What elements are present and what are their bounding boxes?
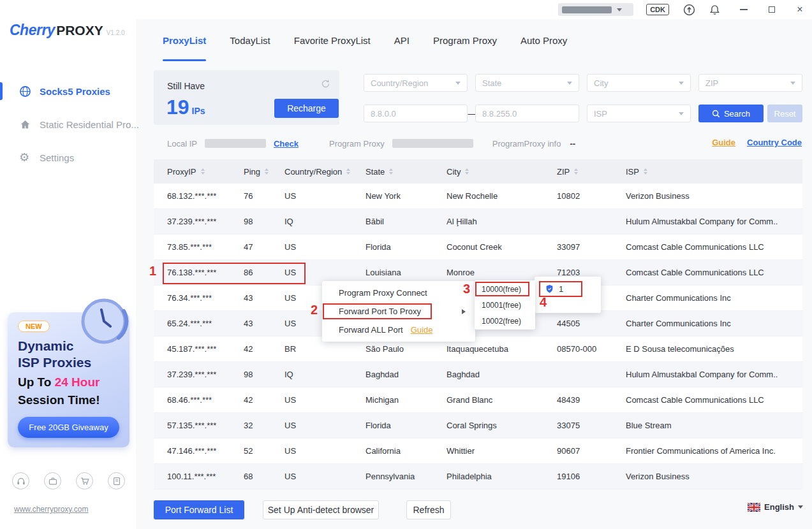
table-row[interactable]: 57.135.***.*** 32 US Florida Coral Sprin… xyxy=(154,413,802,438)
table-row[interactable]: 47.146.***.*** 52 US California Whittier… xyxy=(154,438,802,464)
cell-ping: 42 xyxy=(244,395,284,405)
isp-placeholder: ISP xyxy=(594,109,607,119)
ip-range-end-input[interactable] xyxy=(482,109,572,119)
column-header[interactable]: State xyxy=(365,167,447,177)
forward-all-guide-link[interactable]: Guide xyxy=(411,325,433,335)
ip-range-start-input[interactable] xyxy=(371,109,461,119)
notifications-button[interactable] xyxy=(709,4,720,15)
sort-icon[interactable] xyxy=(644,168,647,175)
giveaway-button[interactable]: Free 20GB Giveaway xyxy=(18,417,119,438)
column-header[interactable]: ProxyIP xyxy=(167,167,244,177)
minimize-button[interactable] xyxy=(739,5,748,14)
country-code-link[interactable]: Country Code xyxy=(747,138,802,147)
infobar-links: Guide Country Code xyxy=(712,138,802,147)
update-button[interactable] xyxy=(683,4,695,16)
business-button[interactable] xyxy=(44,472,61,489)
city-placeholder: City xyxy=(594,78,608,88)
state-select[interactable]: State xyxy=(475,74,579,92)
cell-state: Bābil xyxy=(365,217,447,226)
close-button[interactable]: × xyxy=(795,5,804,14)
cell-state: Pennsylvania xyxy=(365,472,447,481)
app-logo: CherryPROXYV1.2.0 xyxy=(10,22,125,39)
column-header[interactable]: ZIP xyxy=(557,167,626,177)
bell-icon xyxy=(709,4,720,15)
sidebar-item-settings[interactable]: ⚙ Settings xyxy=(0,148,136,167)
recharge-button[interactable]: Recharge xyxy=(274,99,339,118)
submenu-item-port-10000[interactable]: 10000(free) xyxy=(475,281,535,297)
guide-link[interactable]: Guide xyxy=(712,138,735,147)
anti-detect-browser-button[interactable]: Set Up Anti-detect browser xyxy=(263,500,379,519)
tab[interactable]: TodayList xyxy=(230,19,270,61)
sidebar-item-socks5-proxies[interactable]: Socks5 Proxies xyxy=(0,82,136,101)
country-region-select[interactable]: Country/Region xyxy=(364,74,468,92)
promo-title-line1: Dynamic xyxy=(18,338,74,354)
city-select[interactable]: City xyxy=(587,74,691,92)
sidebar-item-label: Settings xyxy=(40,152,74,163)
cdk-button[interactable]: CDK xyxy=(646,4,669,15)
cell-proxy-ip: 76.34.***.*** xyxy=(167,293,244,303)
column-header-label: ISP xyxy=(626,167,639,177)
tab[interactable]: Favorite ProxyList xyxy=(294,19,371,61)
table-row[interactable]: 68.46.***.*** 42 US Michigan Grand Blanc… xyxy=(154,388,802,413)
column-header-label: ZIP xyxy=(557,167,570,177)
isp-select[interactable]: ISP xyxy=(587,105,691,122)
maximize-icon xyxy=(769,6,775,13)
column-header[interactable]: ISP xyxy=(626,167,802,177)
chevron-down-icon xyxy=(790,82,795,85)
table-row[interactable]: 37.239.***.*** 98 IQ Bābil Al Ḩillah Hul… xyxy=(154,209,802,235)
zip-select[interactable]: ZIP xyxy=(698,74,802,92)
table-row[interactable]: 68.132.***.*** 76 US New York New Rochel… xyxy=(154,184,802,209)
cell-proxy-ip: 57.135.***.*** xyxy=(167,421,244,430)
column-header[interactable]: Ping xyxy=(244,167,284,177)
website-link[interactable]: www.cherryproxy.com xyxy=(14,505,88,514)
state-placeholder: State xyxy=(482,78,501,88)
cell-city: Baghdad xyxy=(447,370,557,379)
shield-icon xyxy=(545,284,554,294)
submenu-item-port-10002[interactable]: 10002(free) xyxy=(475,313,535,329)
tab[interactable]: Program Proxy xyxy=(433,19,497,61)
docs-button[interactable] xyxy=(108,472,125,489)
redacted-program-proxy xyxy=(392,139,473,148)
table-row[interactable]: 100.11.***.*** 68 US Pennsylvania Philad… xyxy=(154,464,802,489)
support-button[interactable] xyxy=(12,472,29,489)
tab[interactable]: ProxyList xyxy=(163,19,206,61)
store-button[interactable] xyxy=(76,472,93,489)
logo-brand-proxy: PROXY xyxy=(56,23,103,38)
port-forward-list-button[interactable]: Port Forward List xyxy=(154,500,244,519)
annotation-step-1: 1 xyxy=(149,264,156,279)
table-row[interactable]: 73.85.***.*** 47 US Florida Coconut Cree… xyxy=(154,235,802,260)
table-row[interactable]: 37.239.***.*** 98 IQ Baghdad Baghdad Hul… xyxy=(154,362,802,388)
sort-icon[interactable] xyxy=(574,168,578,175)
language-selector[interactable]: English xyxy=(748,502,803,512)
search-button[interactable]: Search xyxy=(698,105,764,122)
sort-icon[interactable] xyxy=(346,168,350,175)
tab[interactable]: Auto Proxy xyxy=(520,19,567,61)
sort-icon[interactable] xyxy=(265,168,269,175)
column-header[interactable]: City xyxy=(447,167,557,177)
cell-zip: 48439 xyxy=(557,395,626,405)
refresh-list-button[interactable]: Refresh xyxy=(406,500,451,519)
sort-icon[interactable] xyxy=(201,168,205,175)
refresh-balance-button[interactable] xyxy=(321,79,330,91)
cell-country: US xyxy=(284,268,365,277)
submenu-item-port-10001[interactable]: 10001(free) xyxy=(475,297,535,313)
sidebar-item-static-residential[interactable]: Static Residential Pro... xyxy=(0,115,136,134)
tab[interactable]: API xyxy=(394,19,410,61)
context-menu-item-forward-port[interactable]: Forward Port To Proxy xyxy=(322,302,475,321)
account-selector[interactable] xyxy=(558,3,633,16)
sort-icon[interactable] xyxy=(389,168,393,175)
table-row[interactable]: 45.187.***.*** 42 BR São Paulo Itaquaque… xyxy=(154,337,802,362)
promo-banner[interactable]: NEW Dynamic ISP Proxies Up To 24 Hour Se… xyxy=(8,312,129,447)
check-link[interactable]: Check xyxy=(274,139,299,149)
promo-title-line2: ISP Proxies xyxy=(18,355,91,370)
cell-city: Philadelphia xyxy=(447,472,557,481)
maximize-button[interactable] xyxy=(767,5,776,14)
annotation-step-4: 4 xyxy=(540,295,547,310)
context-menu-item-forward-all-port[interactable]: Forward ALL Port Guide xyxy=(322,321,475,339)
port-submenu: 10000(free) 10001(free) 10002(free) xyxy=(475,280,535,330)
sort-icon[interactable] xyxy=(465,168,469,175)
column-header[interactable]: Country/Region xyxy=(284,167,365,177)
context-menu-item-program-proxy-connect[interactable]: Program Proxy Connect xyxy=(322,284,475,302)
column-header-label: Ping xyxy=(244,167,260,177)
reset-button[interactable]: Reset xyxy=(767,105,802,122)
